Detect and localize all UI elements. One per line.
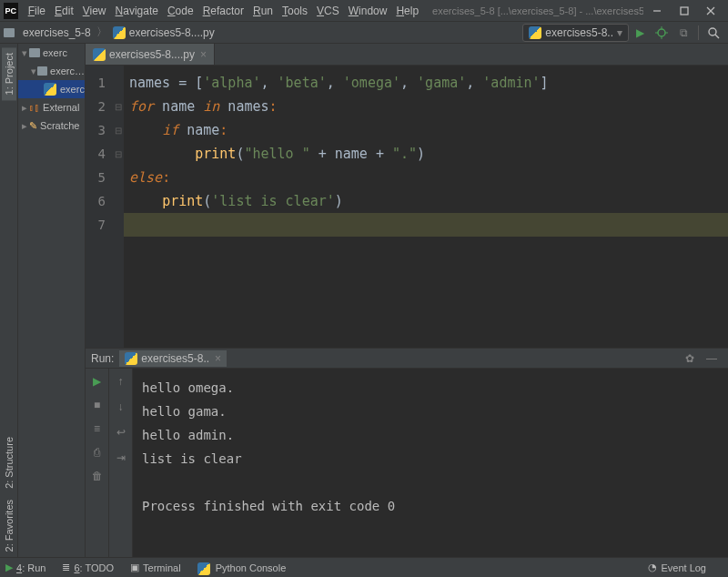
svg-rect-1 bbox=[681, 7, 688, 15]
code-area[interactable]: names = ['alpha', 'beta', 'omega', 'gama… bbox=[124, 66, 728, 348]
stop-button[interactable]: ■ bbox=[88, 396, 106, 414]
app-logo: PC bbox=[4, 3, 18, 19]
console-line: hello omega. bbox=[142, 376, 719, 400]
editor-tab[interactable]: exercises5-8....py × bbox=[86, 44, 215, 65]
event-log-button[interactable]: ◔Event Log bbox=[648, 562, 706, 573]
window-title: exercises_5-8 [...\exercises_5-8] - ...\… bbox=[432, 5, 643, 16]
bottom-tool-stripe: ▶4: 4: RunRun ≣6: TODO ▣Terminal Python … bbox=[0, 557, 728, 577]
close-button[interactable] bbox=[697, 1, 724, 21]
scroll-to-end-button[interactable]: ⇥ bbox=[112, 449, 130, 467]
breadcrumb-file[interactable]: exercises5-8....py bbox=[129, 26, 215, 39]
menu-file[interactable]: File bbox=[24, 5, 50, 17]
run-with-coverage-button[interactable]: ⧉ bbox=[672, 22, 694, 44]
layout-button[interactable]: ≡ bbox=[88, 420, 106, 438]
run-tool-button[interactable]: ▶4: 4: RunRun bbox=[5, 562, 46, 573]
main-menu: FileEditViewNavigateCodeRefactorRunTools… bbox=[24, 5, 423, 17]
menu-window[interactable]: Window bbox=[344, 5, 392, 17]
debug-button[interactable] bbox=[651, 22, 672, 44]
trash-button[interactable]: 🗑 bbox=[88, 467, 106, 485]
run-tab-label: exercises5-8.. bbox=[141, 352, 209, 365]
project-tool-tab[interactable]: 1: Project bbox=[2, 47, 16, 100]
code-line[interactable] bbox=[124, 213, 728, 237]
menu-help[interactable]: Help bbox=[391, 5, 423, 17]
console-line bbox=[142, 471, 719, 494]
menu-tools[interactable]: Tools bbox=[278, 5, 312, 17]
folder-icon bbox=[4, 28, 15, 37]
code-line[interactable]: else: bbox=[124, 166, 728, 189]
menu-navigate[interactable]: Navigate bbox=[111, 5, 163, 17]
favorites-tool-tab[interactable]: 2: Favorites bbox=[2, 494, 16, 557]
menu-code[interactable]: Code bbox=[163, 5, 198, 17]
python-icon bbox=[113, 26, 126, 39]
code-line[interactable]: names = ['alpha', 'beta', 'omega', 'gama… bbox=[124, 71, 728, 95]
tree-external-libs[interactable]: ▸⫾⫿ External bbox=[18, 98, 85, 116]
run-config-selector[interactable]: exercises5-8.. ▾ bbox=[522, 24, 629, 42]
svg-point-9 bbox=[709, 28, 716, 35]
fold-gutter: ⊟⊟⊟ bbox=[113, 66, 124, 348]
todo-tool-button[interactable]: ≣6: TODO bbox=[62, 562, 114, 573]
editor-tab-label: exercises5-8....py bbox=[109, 48, 195, 61]
breadcrumb-project[interactable]: exercises_5-8 bbox=[23, 26, 91, 39]
maximize-button[interactable] bbox=[671, 1, 698, 21]
run-tab[interactable]: exercises5-8.. × bbox=[119, 350, 227, 367]
editor-and-output: exercises5-8....py × 1234567 ⊟⊟⊟ names =… bbox=[86, 44, 728, 557]
menu-vcs[interactable]: VCS bbox=[312, 5, 344, 17]
close-icon[interactable]: × bbox=[200, 48, 207, 61]
svg-point-4 bbox=[658, 29, 665, 36]
left-stripe: 1: Project 2: Structure 2: Favorites bbox=[0, 44, 18, 557]
python-icon bbox=[529, 26, 541, 39]
code-line[interactable]: print('list is clear') bbox=[124, 189, 728, 213]
python-icon bbox=[125, 352, 137, 365]
console-line: list is clear bbox=[142, 447, 719, 471]
run-tool-window: Run: exercises5-8.. × ✿ — ▶ ■ ≡ ⎙ 🗑 bbox=[86, 348, 728, 557]
minimize-button[interactable] bbox=[643, 1, 671, 21]
navigation-bar: exercises_5-8 〉 exercises5-8....py exerc… bbox=[0, 22, 728, 44]
menu-refactor[interactable]: Refactor bbox=[198, 5, 248, 17]
chevron-down-icon: ▾ bbox=[617, 26, 622, 39]
menu-edit[interactable]: Edit bbox=[50, 5, 78, 17]
run-button[interactable]: ▶ bbox=[629, 22, 651, 44]
tree-root[interactable]: ▾exerc bbox=[18, 44, 85, 62]
main-area: 1: Project 2: Structure 2: Favorites ▾ex… bbox=[0, 44, 728, 557]
tree-scratches[interactable]: ▸✎ Scratche bbox=[18, 116, 85, 135]
code-editor[interactable]: 1234567 ⊟⊟⊟ names = ['alpha', 'beta', 'o… bbox=[86, 66, 728, 348]
settings-icon[interactable]: ✿ bbox=[679, 348, 701, 369]
down-button[interactable]: ↓ bbox=[112, 398, 130, 416]
project-tool-window: ▾exerc ▾exerc… exerc ▸⫾⫿ External ▸✎ Scr… bbox=[18, 44, 86, 557]
run-label: Run: bbox=[91, 352, 114, 365]
python-icon bbox=[93, 48, 106, 61]
python-console-tool-button[interactable]: Python Console bbox=[197, 562, 287, 573]
tree-file[interactable]: exerc bbox=[18, 80, 85, 98]
title-bar: PC FileEditViewNavigateCodeRefactorRunTo… bbox=[0, 0, 728, 22]
menu-view[interactable]: View bbox=[78, 5, 111, 17]
search-everywhere-button[interactable] bbox=[703, 22, 724, 44]
svg-line-10 bbox=[715, 35, 719, 38]
code-line[interactable]: for name in names: bbox=[124, 95, 728, 118]
run-left-toolbar-2: ↑ ↓ ↩ ⇥ bbox=[109, 369, 133, 557]
line-number-gutter: 1234567 bbox=[86, 66, 113, 348]
code-line[interactable]: if name: bbox=[124, 118, 728, 142]
tree-folder[interactable]: ▾exerc… bbox=[18, 62, 85, 80]
soft-wrap-button[interactable]: ↩ bbox=[112, 423, 130, 441]
structure-tool-tab[interactable]: 2: Structure bbox=[2, 431, 16, 494]
editor-tabs: exercises5-8....py × bbox=[86, 44, 728, 66]
rerun-button[interactable]: ▶ bbox=[88, 372, 106, 390]
console-output[interactable]: hello omega.hello gama.hello admin.list … bbox=[133, 369, 728, 557]
close-icon[interactable]: × bbox=[215, 352, 221, 365]
run-left-toolbar: ▶ ■ ≡ ⎙ 🗑 bbox=[86, 369, 109, 557]
console-line: hello gama. bbox=[142, 400, 719, 423]
run-header: Run: exercises5-8.. × ✿ — bbox=[86, 349, 728, 369]
terminal-tool-button[interactable]: ▣Terminal bbox=[130, 562, 181, 573]
code-line[interactable]: print("hello " + name + ".") bbox=[124, 142, 728, 166]
menu-run[interactable]: Run bbox=[248, 5, 278, 17]
pin-button[interactable]: ⎙ bbox=[88, 443, 106, 461]
console-line: hello admin. bbox=[142, 423, 719, 447]
hide-button[interactable]: — bbox=[701, 348, 723, 369]
run-config-label: exercises5-8.. bbox=[545, 26, 613, 39]
up-button[interactable]: ↑ bbox=[112, 372, 130, 390]
console-line: Process finished with exit code 0 bbox=[142, 494, 719, 518]
